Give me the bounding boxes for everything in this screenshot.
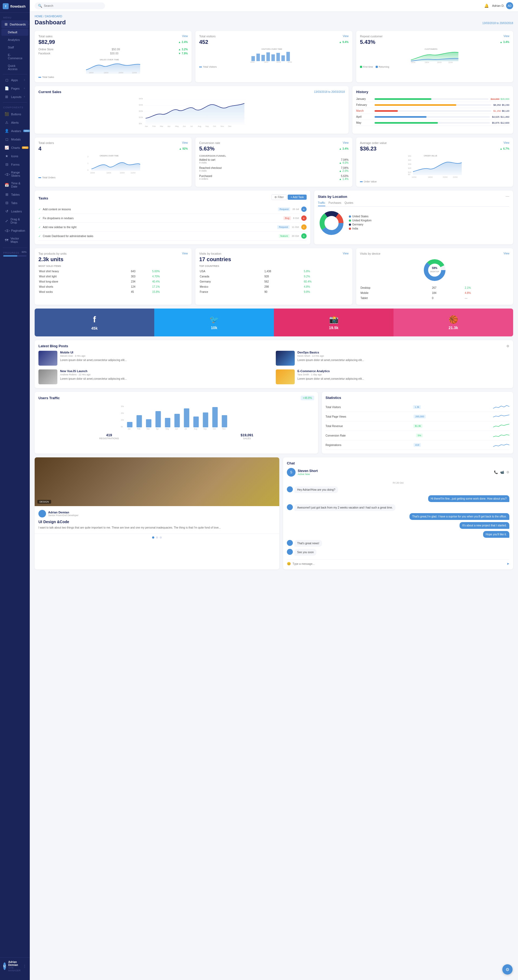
sidebar-item-pagination[interactable]: ◁▷ Pagination — [2, 226, 29, 234]
social-twitter[interactable]: 🐦 10k — [154, 309, 274, 336]
sidebar-item-drag-drop[interactable]: ⤢ Drag & Drop — [2, 216, 29, 226]
svg-text:Feb: Feb — [153, 125, 156, 127]
user-menu-icon[interactable]: ⋮ — [23, 964, 27, 968]
history-january: January $10,000 $20,000 — [356, 96, 509, 102]
visitors-view[interactable]: View — [343, 35, 349, 38]
task-check-icon: ✓ — [38, 235, 41, 238]
social-dribbble[interactable]: 🏀 21.3k — [394, 309, 513, 336]
chat-msg-5: It's about a new project that I started. — [287, 522, 509, 530]
conversion-stat-badge: 5% — [416, 434, 423, 438]
top-products-view[interactable]: View — [182, 252, 188, 255]
visits-device-card: Visits by device View 59% DESKTOP Deskto… — [356, 248, 513, 305]
search-input[interactable] — [44, 4, 102, 7]
chat-input[interactable] — [292, 562, 505, 565]
sidebar-item-time-date[interactable]: 📅 Time & Date — [2, 180, 29, 190]
visits-device-view[interactable]: View — [504, 252, 510, 255]
sidebar-item-label: Modals — [11, 138, 21, 141]
tab-purchases[interactable]: Purchases — [329, 201, 341, 206]
chat-msg-8: See you soon — [287, 549, 509, 557]
blog-settings-icon[interactable]: ⚙ — [506, 344, 509, 348]
svg-text:$20: $20 — [408, 167, 412, 169]
blog-post-title-2: DevOps Basics — [297, 351, 364, 354]
conversion-value: 5.63% — [199, 146, 215, 152]
svg-text:10/04: 10/04 — [412, 176, 416, 178]
page-dot-1[interactable] — [152, 536, 154, 539]
blog-post-3: New VueJS Launch Andrew Robins · 22 Hrs … — [38, 369, 272, 384]
sidebar-item-label: Pagination — [11, 229, 25, 232]
chat-video-icon[interactable]: 📹 — [500, 470, 504, 474]
stats-loc-menu[interactable]: ⋯ — [505, 194, 509, 199]
new-badge: NEW — [23, 130, 30, 132]
social-facebook[interactable]: f 45k — [35, 309, 154, 336]
sidebar-user[interactable]: AD Adrian Demian SITE MANAGER ⋮ — [0, 958, 30, 975]
visitors-title: Total visitors — [199, 35, 216, 38]
sidebar-item-vector-maps[interactable]: 🗺 Vector Maps — [2, 235, 29, 245]
topbar-right: 🔔 Adrian D. AD — [484, 2, 513, 9]
sidebar-item-icons[interactable]: ★ Icons — [2, 152, 29, 160]
filter-button[interactable]: ⚙ Filter — [272, 194, 287, 200]
conversion-checkout: Reached checkout 9 visits 7.04% ▲ 2.0% — [199, 165, 349, 173]
sidebar-item-dashboards[interactable]: ⊞ Dashboards − — [2, 20, 29, 28]
donut-wrap: United States United Kingdom Germany Ind… — [318, 210, 510, 237]
page-dot-3[interactable] — [160, 536, 162, 539]
traffic-title: Users Traffic — [38, 396, 60, 400]
sidebar-item-apps[interactable]: ◻ Apps + — [2, 76, 29, 84]
blog-title: Latest Blog Posts — [38, 344, 68, 348]
tab-traffic[interactable]: Traffic — [318, 201, 325, 206]
tab-quotes[interactable]: Quotes — [345, 201, 353, 206]
table-row: Wool shirt heavy6435.00% — [39, 269, 187, 274]
total-sales-view[interactable]: View — [182, 35, 188, 38]
svg-rect-9 — [266, 52, 270, 61]
avg-order-view[interactable]: View — [504, 141, 510, 144]
sidebar-item-loaders[interactable]: ↺ Loaders — [2, 207, 29, 215]
sidebar-item-modals[interactable]: ◻ Modals — [2, 135, 29, 143]
task-text: Add content on lessons — [43, 208, 71, 211]
tasks-card: Tasks ⚙ Filter + Add Task ✓ Add content … — [35, 191, 310, 244]
svg-text:Mar: Mar — [146, 428, 150, 430]
sidebar-item-pages[interactable]: 📄 Pages + — [2, 84, 29, 92]
task-text: Create Dashboard for administrative task… — [43, 235, 94, 238]
sidebar-item-label: Charts — [11, 146, 20, 150]
settings-fab[interactable]: ⚙ — [502, 964, 513, 975]
page-dot-2[interactable] — [156, 536, 158, 539]
sidebar-sub-staff[interactable]: Staff — [2, 44, 29, 51]
conversion-view[interactable]: View — [343, 141, 349, 144]
add-task-button[interactable]: + Add Task — [288, 195, 307, 200]
blog-detail-author: Adrian Demian Senior Front-End Developer — [38, 510, 275, 517]
blog-post-text-1: Lorem ipsum dolor sit amet,consectetur a… — [60, 358, 127, 362]
blog-detail-card: DESIGN Adrian Demian Senior Front-End De… — [35, 457, 279, 570]
user-avatar: AD — [3, 963, 6, 970]
chat-send-icon[interactable]: ➤ — [507, 562, 509, 566]
sidebar-item-charts[interactable]: 📈 Charts PRO — [2, 144, 29, 151]
sidebar-sub-analytics[interactable]: Analytics — [2, 36, 29, 43]
chat-settings-icon[interactable]: ⚙ — [506, 470, 509, 474]
sidebar-item-forms[interactable]: ⊟ Forms — [2, 161, 29, 168]
sidebar-item-avatars[interactable]: 👤 Avatars NEW — [2, 127, 29, 135]
sidebar-item-buttons[interactable]: ⬛ Buttons — [2, 110, 29, 118]
chat-input-row: 😊 ➤ — [287, 559, 509, 566]
sidebar-sub-default[interactable]: Default — [2, 29, 29, 36]
svg-rect-86 — [212, 407, 218, 427]
repeat-customer-view[interactable]: View — [504, 35, 510, 38]
blog-detail-content: Adrian Demian Senior Front-End Developer… — [35, 506, 279, 533]
sidebar-sub-quick-access[interactable]: Quick Access — [2, 62, 29, 73]
sidebar-item-tables[interactable]: ⊞ Tables — [2, 191, 29, 198]
sidebar-item-label: Apps — [11, 78, 18, 82]
chat-phone-icon[interactable]: 📞 — [494, 470, 498, 474]
history-card: History January $10,000 $20,000 February… — [353, 86, 513, 134]
orders-view[interactable]: View — [182, 141, 188, 144]
social-instagram[interactable]: 📸 19.5k — [274, 309, 394, 336]
sidebar-item-alerts[interactable]: ⚠ Alerts — [2, 119, 29, 126]
sales-chart-legend: Total Sales — [42, 76, 54, 78]
sidebar-item-tabs[interactable]: ⊟ Tabs — [2, 199, 29, 207]
sidebar-item-layouts[interactable]: ⊞ Layouts + — [2, 93, 29, 101]
search-box[interactable]: 🔍 — [35, 2, 105, 9]
notification-icon[interactable]: 🔔 — [484, 3, 489, 8]
breadcrumb-home[interactable]: HOME — [35, 15, 43, 18]
svg-text:Jul: Jul — [190, 125, 193, 127]
sidebar-item-range-sliders[interactable]: ◁▷ Range Sliders — [2, 169, 29, 179]
sidebar-sub-ecommerce[interactable]: E-Commerce — [2, 51, 29, 62]
chat-emoji-icon[interactable]: 😊 — [287, 562, 291, 566]
visits-location-view[interactable]: View — [343, 252, 349, 255]
sidebar-sub-label: Default — [8, 30, 17, 34]
